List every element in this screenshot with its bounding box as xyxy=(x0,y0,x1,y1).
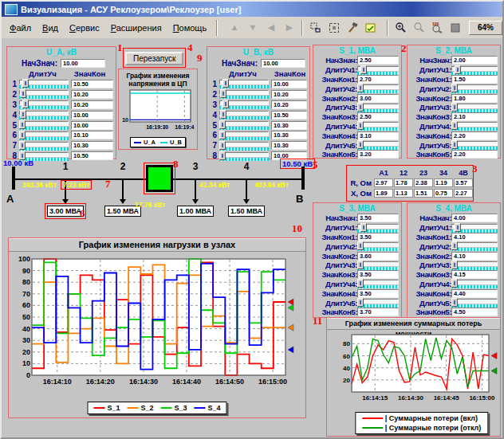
u-b-end-value-1[interactable]: 10.00 xyxy=(271,80,307,88)
slider-thumb[interactable] xyxy=(357,261,364,269)
slider-thumb[interactable] xyxy=(20,110,26,119)
s-1-value-0[interactable]: 2.50 xyxy=(357,56,399,65)
impedance-cell-0-1[interactable]: 1.78 xyxy=(394,178,413,187)
slider-thumb[interactable] xyxy=(219,131,226,139)
menu-4[interactable]: Помощь xyxy=(167,21,213,35)
s-4-value-2[interactable]: 4.10 xyxy=(451,233,498,241)
slider-thumb[interactable] xyxy=(455,65,461,74)
slider-thumb[interactable] xyxy=(19,120,26,129)
menu-1[interactable]: Вид xyxy=(37,21,64,35)
u-b-end-value-4[interactable]: 10.50 xyxy=(271,111,307,120)
slider-thumb[interactable] xyxy=(451,241,458,250)
fit-screen-icon[interactable] xyxy=(325,20,342,35)
slider-thumb[interactable] xyxy=(451,261,458,269)
s-4-slider-5[interactable] xyxy=(451,261,498,270)
s-2-slider-7[interactable] xyxy=(451,121,498,131)
s-4-value-4[interactable]: 4.10 xyxy=(451,252,498,261)
slider-thumb[interactable] xyxy=(357,140,364,149)
s-2-slider-5[interactable] xyxy=(451,103,498,112)
zoom-level[interactable]: 64% xyxy=(469,21,502,35)
s-1-slider-5[interactable] xyxy=(357,103,399,112)
slider-thumb[interactable] xyxy=(19,141,26,150)
u-a-duration-slider-2[interactable] xyxy=(19,89,69,99)
s-2-slider-3[interactable] xyxy=(451,84,498,93)
slider-thumb[interactable] xyxy=(20,89,26,98)
s-3-value-6[interactable]: 3.50 xyxy=(357,270,399,279)
slider-thumb[interactable] xyxy=(451,298,458,307)
slider-thumb[interactable] xyxy=(357,298,364,307)
slider-thumb[interactable] xyxy=(360,65,367,74)
slider-thumb[interactable] xyxy=(451,121,458,130)
s-3-value-0[interactable]: 3.50 xyxy=(357,214,399,222)
impedance-cell-1-2[interactable]: 1.51 xyxy=(414,189,433,198)
slider-thumb[interactable] xyxy=(220,110,226,119)
nav-right-icon[interactable]: ▶ xyxy=(281,20,297,35)
slider-thumb[interactable] xyxy=(22,79,29,88)
s-2-value-8[interactable]: 2.20 xyxy=(451,131,498,140)
s-1-slider-3[interactable] xyxy=(357,84,399,93)
u-a-end-value-3[interactable]: 10.20 xyxy=(71,100,113,109)
impedance-cell-0-2[interactable]: 2.38 xyxy=(414,178,433,187)
restart-button[interactable]: Перезапуск xyxy=(125,52,183,65)
s-4-slider-1[interactable] xyxy=(451,223,498,233)
impedance-cell-0-0[interactable]: 2.97 xyxy=(374,178,393,187)
s-3-value-8[interactable]: 3.50 xyxy=(357,289,399,298)
slider-thumb[interactable] xyxy=(222,79,229,88)
u-a-start-value[interactable]: 10.00 xyxy=(61,59,105,68)
u-b-start-value[interactable]: 10.00 xyxy=(261,59,305,68)
slider-thumb[interactable] xyxy=(451,84,458,92)
slider-thumb[interactable] xyxy=(451,279,458,288)
s-1-value-10[interactable]: 3.20 xyxy=(357,150,399,159)
s-4-value-8[interactable]: 4.40 xyxy=(451,289,498,298)
impedance-cell-0-3[interactable]: 1.19 xyxy=(434,178,453,187)
zoom-100-icon[interactable]: 100 xyxy=(429,20,446,35)
s-1-value-4[interactable]: 3.00 xyxy=(357,94,399,103)
s-1-value-6[interactable]: 2.50 xyxy=(357,112,399,121)
s-4-slider-3[interactable] xyxy=(451,241,498,251)
slider-thumb[interactable] xyxy=(219,141,226,150)
s-2-slider-1[interactable] xyxy=(451,65,498,75)
slider-thumb[interactable] xyxy=(222,100,229,108)
s-1-value-2[interactable]: 2.70 xyxy=(357,75,399,84)
slider-thumb[interactable] xyxy=(19,131,26,139)
slider-thumb[interactable] xyxy=(357,121,364,130)
u-a-duration-slider-1[interactable] xyxy=(19,79,69,88)
u-b-end-value-7[interactable]: 10.30 xyxy=(271,141,307,150)
slider-thumb[interactable] xyxy=(455,223,461,232)
s-3-slider-3[interactable] xyxy=(357,241,399,251)
u-b-duration-slider-4[interactable] xyxy=(219,110,269,120)
select-tool-icon[interactable] xyxy=(307,20,324,35)
u-b-end-value-5[interactable]: 10.30 xyxy=(271,121,307,130)
zoom-in-icon[interactable] xyxy=(392,20,409,35)
u-b-duration-slider-7[interactable] xyxy=(219,141,269,151)
s-1-slider-1[interactable] xyxy=(357,65,399,75)
s-3-value-2[interactable]: 3.50 xyxy=(357,233,399,241)
s-1-slider-7[interactable] xyxy=(357,121,399,131)
u-b-duration-slider-3[interactable] xyxy=(219,100,269,109)
s-3-slider-9[interactable] xyxy=(357,298,399,308)
u-a-duration-slider-7[interactable] xyxy=(19,141,69,151)
zoom-fit-icon[interactable] xyxy=(447,20,464,35)
impedance-cell-1-3[interactable]: 0.75 xyxy=(434,189,453,198)
u-b-end-value-6[interactable]: 10.30 xyxy=(271,131,307,139)
slider-thumb[interactable] xyxy=(219,120,226,129)
s-2-value-4[interactable]: 1.80 xyxy=(451,94,498,103)
nav-up-icon[interactable]: ▲ xyxy=(226,20,242,35)
slider-thumb[interactable] xyxy=(357,103,364,112)
u-a-end-value-2[interactable]: 10.20 xyxy=(71,90,113,99)
s-4-value-0[interactable]: 4.00 xyxy=(451,214,498,222)
nav-left-icon[interactable]: ◀ xyxy=(262,20,279,35)
slider-thumb[interactable] xyxy=(451,103,458,112)
s-1-value-8[interactable]: 3.10 xyxy=(357,131,399,140)
s-2-value-10[interactable]: 2.20 xyxy=(451,150,498,159)
u-a-end-value-1[interactable]: 10.50 xyxy=(71,80,113,88)
u-b-duration-slider-1[interactable] xyxy=(219,79,269,88)
s-4-value-10[interactable]: 4.50 xyxy=(451,308,498,316)
u-a-end-value-7[interactable]: 10.30 xyxy=(71,141,113,150)
s-2-value-6[interactable]: 2.10 xyxy=(451,112,498,121)
tools-icon[interactable] xyxy=(344,20,360,35)
u-a-duration-slider-4[interactable] xyxy=(19,110,69,120)
s-4-slider-7[interactable] xyxy=(451,279,498,288)
recloser-switch[interactable] xyxy=(146,165,173,192)
s-2-value-0[interactable]: 2.00 xyxy=(451,56,498,65)
